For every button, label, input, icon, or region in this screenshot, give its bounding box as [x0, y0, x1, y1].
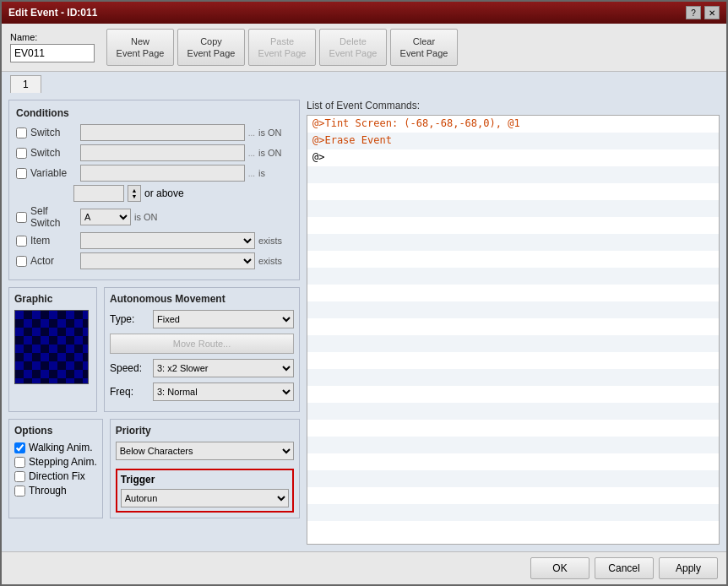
priority-select[interactable]: Below Characters Same as Characters Abov…	[116, 442, 294, 460]
autonomous-box: Autonomous Movement Type: Fixed Random A…	[104, 287, 300, 412]
variable-num-input[interactable]	[73, 185, 124, 202]
switch2-label: Switch	[30, 147, 77, 159]
command-row[interactable]: @>	[307, 149, 719, 166]
command-row[interactable]	[307, 318, 719, 335]
switch2-suffix: is ON	[258, 148, 292, 158]
freq-row: Freq: 1: Lowest 2: Lower 3: Normal 4: Hi…	[110, 383, 294, 401]
command-row[interactable]	[307, 470, 719, 487]
switch1-row: Switch ... is ON	[16, 124, 292, 141]
self-switch-select[interactable]: ABCD	[80, 209, 131, 225]
command-row[interactable]	[307, 285, 719, 301]
command-row[interactable]	[307, 166, 719, 183]
priority-trigger-box: Priority Below Characters Same as Charac…	[110, 419, 300, 518]
command-row[interactable]: @>Tint Screen: (-68,-68,-68,0), @1	[307, 116, 719, 133]
conditions-title: Conditions	[16, 107, 292, 119]
command-row[interactable]	[307, 234, 719, 251]
title-bar: Edit Event - ID:011 ? ✕	[2, 2, 726, 24]
command-row[interactable]	[307, 251, 719, 268]
direction-fix-checkbox[interactable]	[14, 471, 25, 482]
move-route-button[interactable]: Move Route...	[110, 334, 294, 354]
variable-row: Variable ... is	[16, 165, 292, 182]
actor-select[interactable]	[80, 252, 255, 269]
trigger-group: Trigger Action Button Player Touch Event…	[116, 469, 294, 513]
stepping-anim-label: Stepping Anim.	[29, 456, 97, 468]
command-row[interactable]	[307, 521, 719, 538]
main-window: Edit Event - ID:011 ? ✕ Name: NewEvent P…	[0, 0, 728, 586]
cancel-button[interactable]: Cancel	[595, 557, 654, 579]
freq-select[interactable]: 1: Lowest 2: Lower 3: Normal 4: Higher 5…	[153, 383, 294, 401]
help-button[interactable]: ?	[686, 6, 701, 19]
ok-button[interactable]: OK	[530, 557, 589, 579]
stepping-anim-checkbox[interactable]	[14, 457, 25, 468]
copy-event-page-button[interactable]: CopyEvent Page	[177, 29, 245, 66]
bottom-panels: Options Walking Anim. Stepping Anim. Dir…	[8, 419, 300, 518]
switch1-input[interactable]	[80, 124, 245, 141]
walking-anim-label: Walking Anim.	[29, 442, 93, 453]
tab-row: 1	[2, 72, 726, 93]
graphic-preview[interactable]	[14, 310, 89, 384]
through-checkbox[interactable]	[14, 486, 25, 496]
command-row[interactable]: @>Erase Event	[307, 133, 719, 149]
variable-checkbox[interactable]	[16, 168, 27, 179]
item-suffix: exists	[258, 236, 292, 246]
variable-above-label: or above	[144, 187, 184, 199]
commands-title: List of Event Commands:	[307, 100, 720, 111]
command-row[interactable]	[307, 386, 719, 403]
command-list[interactable]: @>Tint Screen: (-68,-68,-68,0), @1@>Eras…	[307, 115, 720, 545]
autonomous-title: Autonomous Movement	[110, 293, 294, 305]
apply-button[interactable]: Apply	[659, 557, 718, 579]
type-select[interactable]: Fixed Random Approach Custom	[153, 310, 294, 328]
type-row: Type: Fixed Random Approach Custom	[110, 310, 294, 328]
speed-select[interactable]: 1: x8 Slower 2: x4 Slower 3: x2 Slower 4…	[153, 359, 294, 377]
command-row[interactable]	[307, 420, 719, 437]
command-row[interactable]	[307, 453, 719, 470]
command-row[interactable]	[307, 487, 719, 504]
command-row[interactable]	[307, 437, 719, 453]
variable-input[interactable]	[80, 165, 245, 182]
title-bar-buttons: ? ✕	[686, 6, 720, 19]
graphic-box: Graphic	[8, 287, 97, 412]
variable-suffix: is	[258, 168, 292, 178]
item-row: Item exists	[16, 232, 292, 249]
item-select[interactable]	[80, 232, 255, 249]
clear-event-page-button[interactable]: ClearEvent Page	[390, 29, 458, 66]
walking-anim-checkbox[interactable]	[14, 442, 25, 453]
bottom-section: Graphic Autonomous Movement Type: Fixed …	[8, 287, 300, 412]
actor-checkbox[interactable]	[16, 256, 27, 267]
command-row[interactable]	[307, 200, 719, 217]
direction-fix-label: Direction Fix	[29, 470, 85, 482]
variable-sub-row: ▲▼ or above	[73, 185, 292, 202]
item-checkbox[interactable]	[16, 236, 27, 247]
command-row[interactable]	[307, 504, 719, 521]
switch2-input[interactable]	[80, 144, 245, 161]
command-row[interactable]	[307, 403, 719, 420]
trigger-title: Trigger	[121, 474, 289, 486]
self-switch-checkbox[interactable]	[16, 212, 27, 223]
speed-label: Speed:	[110, 362, 148, 374]
delete-event-page-button[interactable]: DeleteEvent Page	[319, 29, 387, 66]
command-row[interactable]	[307, 369, 719, 386]
command-row[interactable]	[307, 217, 719, 234]
switch1-checkbox[interactable]	[16, 128, 27, 138]
trigger-select[interactable]: Action Button Player Touch Event Touch A…	[121, 489, 289, 507]
walking-anim-row: Walking Anim.	[14, 442, 97, 453]
command-row[interactable]	[307, 335, 719, 352]
through-label: Through	[29, 485, 67, 496]
variable-spinner[interactable]: ▲▼	[128, 185, 141, 202]
switch2-row: Switch ... is ON	[16, 144, 292, 161]
switch2-checkbox[interactable]	[16, 148, 27, 159]
name-input[interactable]	[10, 44, 95, 62]
tab-1[interactable]: 1	[10, 75, 41, 93]
command-row[interactable]	[307, 352, 719, 369]
command-row[interactable]	[307, 183, 719, 200]
paste-event-page-button[interactable]: PasteEvent Page	[248, 29, 316, 66]
close-button[interactable]: ✕	[704, 6, 720, 19]
item-label: Item	[30, 235, 77, 247]
new-event-page-button[interactable]: NewEvent Page	[106, 29, 174, 66]
switch1-suffix: is ON	[258, 128, 292, 138]
direction-fix-row: Direction Fix	[14, 470, 97, 482]
command-row[interactable]	[307, 268, 719, 285]
left-panel: Conditions Switch ... is ON Switch ... i…	[8, 100, 300, 545]
command-row[interactable]	[307, 301, 719, 318]
through-row: Through	[14, 485, 97, 496]
